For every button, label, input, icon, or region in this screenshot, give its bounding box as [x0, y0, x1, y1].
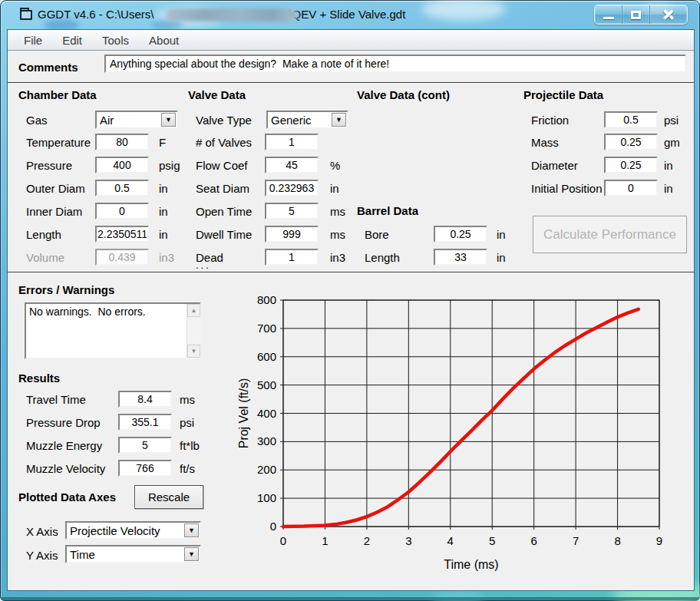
barrel-length-label: Length — [365, 251, 400, 264]
chamber-length-field[interactable] — [95, 226, 149, 243]
menu-about[interactable]: About — [139, 31, 189, 49]
y-axis-title: Proj Vel (ft/s) — [237, 378, 250, 449]
pressure-drop-unit: psi — [180, 416, 194, 429]
calculate-performance-button[interactable]: Calculate Performance — [533, 216, 687, 253]
y-tick-label: 0 — [270, 520, 276, 533]
volume-unit: in3 — [159, 251, 174, 264]
seat-diam-label: Seat Diam — [196, 182, 249, 195]
separator — [8, 272, 694, 273]
errors-warnings-box[interactable]: No warnings. No errors. ▲ ▼ — [25, 302, 201, 359]
chevron-down-icon[interactable]: ▼ — [161, 113, 176, 127]
open-time-field[interactable] — [265, 203, 319, 220]
comments-input[interactable] — [104, 54, 686, 73]
plotted-data-axes-title: Plotted Data Axes — [18, 490, 116, 504]
volume-field — [95, 249, 149, 266]
scroll-down-icon[interactable]: ▼ — [187, 345, 200, 358]
x-tick-label: 7 — [573, 534, 579, 547]
app-window: GGDT v4.6 - C:\Users\\QEV + Slide Valve.… — [0, 0, 700, 601]
x-tick-label: 8 — [614, 534, 620, 547]
muzzle-velocity-unit: ft/s — [180, 462, 195, 475]
gas-label: Gas — [26, 114, 48, 127]
inner-diam-label: Inner Diam — [26, 205, 82, 218]
diameter-label: Diameter — [531, 159, 578, 172]
maximize-icon — [631, 11, 641, 19]
travel-time-field — [118, 391, 172, 408]
num-valves-field[interactable] — [265, 134, 319, 150]
flow-coef-field[interactable] — [265, 157, 319, 173]
friction-field[interactable] — [604, 111, 658, 128]
mass-field[interactable] — [604, 134, 658, 150]
bore-field[interactable] — [434, 226, 487, 243]
diameter-field[interactable] — [604, 157, 658, 173]
x-tick-label: 0 — [280, 534, 286, 547]
outer-diam-field[interactable] — [95, 180, 149, 196]
valve-data-title: Valve Data — [188, 88, 246, 101]
travel-time-label: Travel Time — [26, 393, 86, 406]
chamber-data-title: Chamber Data — [18, 88, 97, 101]
x-axis-title: Time (ms) — [444, 558, 498, 571]
dwell-time-label: Dwell Time — [196, 228, 252, 241]
temperature-unit: F — [159, 136, 166, 149]
projectile-data-title: Projectile Data — [523, 88, 603, 101]
menu-edit[interactable]: Edit — [52, 31, 92, 49]
minimize-icon — [603, 17, 614, 19]
seat-diam-field[interactable] — [265, 180, 319, 196]
temperature-field[interactable] — [95, 134, 149, 150]
seat-diam-unit: in — [330, 182, 339, 195]
y-tick-label: 600 — [257, 350, 276, 363]
muzzle-velocity-field — [118, 460, 172, 477]
mass-label: Mass — [531, 136, 559, 149]
outer-diam-label: Outer Diam — [26, 182, 85, 195]
dead-volume-field[interactable] — [265, 249, 319, 266]
x-tick-label: 2 — [364, 534, 370, 547]
scrollbar[interactable]: ▲ ▼ — [187, 304, 200, 358]
dwell-time-unit: ms — [330, 228, 345, 241]
chevron-down-icon[interactable]: ▼ — [184, 547, 199, 561]
velocity-time-chart: 01234567890100200300400500600700800Time … — [234, 295, 695, 583]
x-tick-label: 4 — [447, 534, 454, 547]
pressure-drop-label: Pressure Drop — [26, 416, 101, 429]
close-button[interactable] — [650, 5, 687, 24]
gas-select[interactable]: Air ▼ — [95, 111, 178, 129]
inner-diam-field[interactable] — [95, 203, 149, 220]
y-tick-label: 700 — [257, 322, 276, 335]
muzzle-energy-field — [118, 437, 172, 454]
outer-diam-unit: in — [159, 182, 168, 195]
x-axis-label: X Axis — [26, 525, 58, 538]
y-tick-label: 300 — [257, 434, 276, 447]
mass-unit: gm — [664, 136, 680, 149]
chamber-length-unit: in — [159, 228, 168, 241]
chevron-down-icon[interactable]: ▼ — [184, 523, 199, 537]
y-axis-select[interactable]: Time ▼ — [65, 545, 201, 563]
chevron-down-icon[interactable]: ▼ — [332, 113, 346, 127]
muzzle-energy-label: Muzzle Energy — [26, 439, 102, 452]
app-icon — [20, 10, 32, 20]
valve-type-select[interactable]: Generic ▼ — [266, 111, 348, 129]
volume-label: Volume — [26, 251, 64, 264]
pressure-label: Pressure — [26, 159, 72, 172]
y-axis-label: Y Axis — [26, 549, 58, 562]
window-controls — [594, 5, 688, 25]
initial-position-field[interactable] — [604, 180, 658, 196]
pressure-unit: psig — [159, 159, 180, 172]
valve-data-cont-title: Valve Data (cont) — [357, 88, 450, 101]
separator — [8, 82, 694, 84]
y-tick-label: 400 — [257, 407, 276, 420]
barrel-length-field[interactable] — [434, 249, 487, 266]
chamber-length-label: Length — [26, 228, 61, 241]
errors-warnings-title: Errors / Warnings — [18, 283, 114, 296]
menu-file[interactable]: File — [14, 31, 52, 49]
rescale-button[interactable]: Rescale — [134, 485, 203, 509]
menu-tools[interactable]: Tools — [92, 31, 139, 49]
dwell-time-field[interactable] — [265, 226, 319, 243]
flow-coef-label: Flow Coef — [196, 159, 248, 172]
minimize-button[interactable] — [595, 5, 622, 24]
pressure-field[interactable] — [95, 157, 149, 173]
muzzle-energy-unit: ft*lb — [180, 439, 200, 452]
title-bar[interactable]: GGDT v4.6 - C:\Users\\QEV + Slide Valve.… — [1, 1, 699, 29]
scroll-up-icon[interactable]: ▲ — [187, 304, 200, 317]
y-tick-label: 200 — [257, 463, 276, 476]
x-axis-select[interactable]: Projectile Velocity ▼ — [65, 521, 201, 540]
x-tick-label: 6 — [530, 534, 537, 547]
maximize-button[interactable] — [622, 5, 650, 24]
